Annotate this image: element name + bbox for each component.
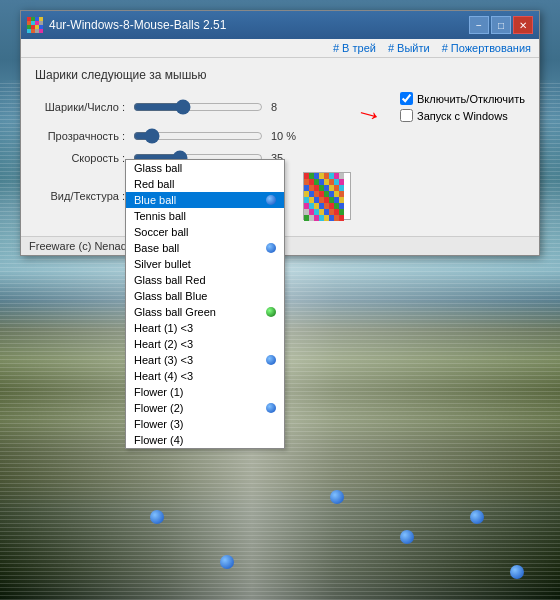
dropdown-item-blue-ball[interactable]: Blue ball: [126, 192, 284, 208]
menu-exit[interactable]: # Выйти: [388, 42, 430, 54]
dropdown-item-tennis-ball[interactable]: Tennis ball: [126, 208, 284, 224]
menu-bar: # В трей # Выйти # Пожертвования: [21, 39, 539, 58]
dropdown-item-flower-4[interactable]: Flower (4): [126, 432, 284, 448]
pixel-art-icon: [303, 172, 351, 220]
glass-ball-green-dot: [266, 307, 276, 317]
floating-ball-4: [400, 530, 414, 544]
transparency-label: Прозрачность :: [35, 130, 125, 142]
close-button[interactable]: ✕: [513, 16, 533, 34]
startup-row: Запуск с Windows: [400, 109, 508, 122]
status-text: Freeware (c) Nenad H: [29, 240, 138, 252]
transparency-slider[interactable]: [133, 128, 263, 144]
enable-label: Включить/Отключить: [417, 93, 525, 105]
dropdown-item-red-ball[interactable]: Red ball: [126, 176, 284, 192]
floating-ball-5: [470, 510, 484, 524]
blue-ball-dot: [266, 195, 276, 205]
startup-checkbox[interactable]: [400, 109, 413, 122]
texture-dropdown: Glass ball Red ball Blue ball Tennis bal…: [125, 159, 285, 449]
dropdown-item-flower-2[interactable]: Flower (2): [126, 400, 284, 416]
texture-label: Вид/Текстура :: [35, 190, 125, 202]
dropdown-item-heart-3[interactable]: Heart (3) <3: [126, 352, 284, 368]
dropdown-item-silver-bullet[interactable]: Silver bullet: [126, 256, 284, 272]
flower-2-dot: [266, 403, 276, 413]
speed-label: Скорость :: [35, 152, 125, 164]
dropdown-item-glass-ball-red[interactable]: Glass ball Red: [126, 272, 284, 288]
dropdown-item-flower-3[interactable]: Flower (3): [126, 416, 284, 432]
floating-ball-3: [330, 490, 344, 504]
dropdown-item-flower-1[interactable]: Flower (1): [126, 384, 284, 400]
dropdown-item-heart-1[interactable]: Heart (1) <3: [126, 320, 284, 336]
startup-label: Запуск с Windows: [417, 110, 508, 122]
balls-label: Шарики/Число :: [35, 101, 125, 113]
dropdown-item-glass-ball[interactable]: Glass ball: [126, 160, 284, 176]
floating-ball-6: [510, 565, 524, 579]
section-title: Шарики следующие за мышью: [35, 68, 525, 82]
title-bar: 4ur-Windows-8-Mouse-Balls 2.51 − □ ✕: [21, 11, 539, 39]
balls-slider[interactable]: [133, 99, 263, 115]
dropdown-item-glass-ball-blue[interactable]: Glass ball Blue: [126, 288, 284, 304]
enable-row: Включить/Отключить: [400, 92, 525, 105]
menu-donate[interactable]: # Пожертвования: [442, 42, 531, 54]
app-icon: [27, 17, 43, 33]
transparency-row: Прозрачность : 10 %: [35, 128, 525, 144]
maximize-button[interactable]: □: [491, 16, 511, 34]
dropdown-item-soccer-ball[interactable]: Soccer ball: [126, 224, 284, 240]
enable-checkbox[interactable]: [400, 92, 413, 105]
window-title: 4ur-Windows-8-Mouse-Balls 2.51: [49, 18, 469, 32]
main-window: 4ur-Windows-8-Mouse-Balls 2.51 − □ ✕ # В…: [20, 10, 540, 256]
heart-3-dot: [266, 355, 276, 365]
minimize-button[interactable]: −: [469, 16, 489, 34]
transparency-value: 10 %: [271, 130, 301, 142]
dropdown-item-glass-ball-green[interactable]: Glass ball Green: [126, 304, 284, 320]
right-controls: Включить/Отключить Запуск с Windows: [400, 92, 525, 122]
balls-row: Шарики/Число : 8 Включить/Отключить Запу…: [35, 92, 525, 122]
balls-value: 8: [271, 101, 301, 113]
transparency-slider-container: 10 %: [133, 128, 525, 144]
window-controls: − □ ✕: [469, 16, 533, 34]
dropdown-item-heart-2[interactable]: Heart (2) <3: [126, 336, 284, 352]
base-ball-dot: [266, 243, 276, 253]
dropdown-item-heart-4[interactable]: Heart (4) <3: [126, 368, 284, 384]
dropdown-item-base-ball[interactable]: Base ball: [126, 240, 284, 256]
floating-ball-2: [220, 555, 234, 569]
menu-tray[interactable]: # В трей: [333, 42, 376, 54]
floating-ball-1: [150, 510, 164, 524]
